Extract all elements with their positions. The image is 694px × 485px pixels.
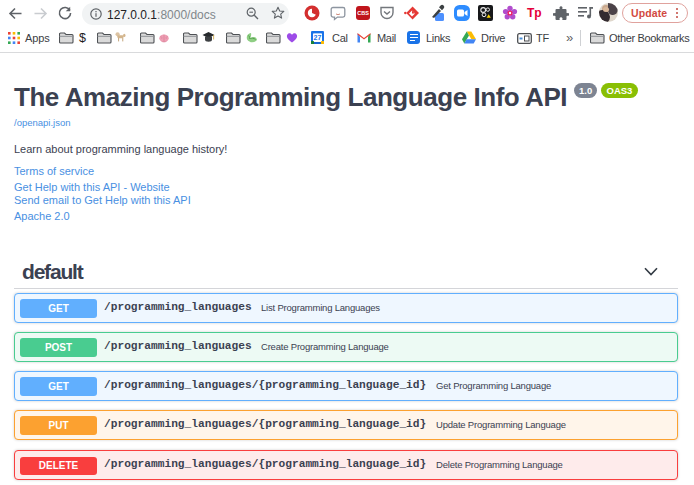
svg-text:27: 27	[314, 34, 322, 41]
